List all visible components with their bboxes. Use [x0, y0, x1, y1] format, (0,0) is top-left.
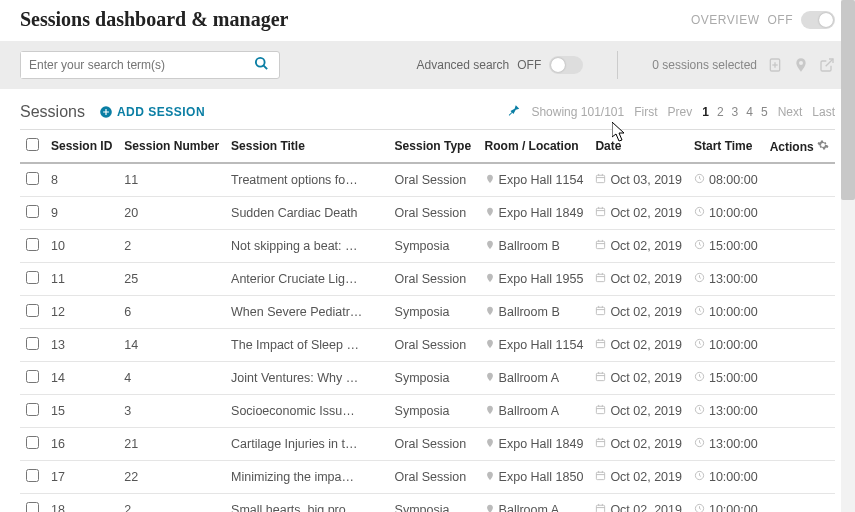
- table-row[interactable]: 1125Anterior Cruciate Lig…Oral SessionEx…: [20, 263, 835, 296]
- table-row[interactable]: 1722Minimizing the impa…Oral SessionExpo…: [20, 461, 835, 494]
- cell-date: Oct 02, 2019: [589, 230, 688, 263]
- col-actions[interactable]: Actions: [764, 130, 835, 164]
- cell-date: Oct 02, 2019: [589, 494, 688, 513]
- map-pin-icon: [485, 338, 495, 352]
- cell-start-time: 10:00:00: [688, 329, 764, 362]
- table-row[interactable]: 182Small hearts, big pro…SymposiaBallroo…: [20, 494, 835, 513]
- pager-showing: Showing 101/101: [531, 105, 624, 119]
- cell-session-type: Symposia: [389, 296, 479, 329]
- cell-actions: [764, 296, 835, 329]
- cell-room: Expo Hall 1849: [479, 197, 590, 230]
- cell-session-number: 14: [118, 329, 225, 362]
- cell-session-number: 25: [118, 263, 225, 296]
- overview-toggle[interactable]: [801, 11, 835, 29]
- overview-label: OVERVIEW: [691, 13, 759, 27]
- table-row[interactable]: 1621Cartilage Injuries in t…Oral Session…: [20, 428, 835, 461]
- cell-start-time: 10:00:00: [688, 461, 764, 494]
- cell-actions: [764, 494, 835, 513]
- table-row[interactable]: 1314The Impact of Sleep …Oral SessionExp…: [20, 329, 835, 362]
- row-checkbox[interactable]: [26, 403, 39, 416]
- cell-session-type: Symposia: [389, 395, 479, 428]
- row-checkbox[interactable]: [26, 172, 39, 185]
- cell-session-number: 4: [118, 362, 225, 395]
- pin-icon[interactable]: [507, 104, 521, 121]
- svg-line-1: [263, 65, 267, 69]
- search-input[interactable]: [21, 52, 244, 78]
- cell-date: Oct 02, 2019: [589, 428, 688, 461]
- col-date[interactable]: Date: [589, 130, 688, 164]
- col-session-number[interactable]: Session Number: [118, 130, 225, 164]
- table-row[interactable]: 144Joint Ventures: Why …SymposiaBallroom…: [20, 362, 835, 395]
- cell-session-id: 14: [45, 362, 118, 395]
- row-checkbox[interactable]: [26, 238, 39, 251]
- advanced-search-toggle[interactable]: [549, 56, 583, 74]
- calendar-icon: [595, 338, 606, 352]
- col-room[interactable]: Room / Location: [479, 130, 590, 164]
- scroll-thumb[interactable]: [841, 0, 855, 200]
- calendar-icon: [595, 404, 606, 418]
- cell-start-time: 15:00:00: [688, 230, 764, 263]
- cell-actions: [764, 395, 835, 428]
- cell-session-type: Oral Session: [389, 163, 479, 197]
- calendar-icon: [595, 503, 606, 512]
- table-row[interactable]: 126When Severe Pediatr…SymposiaBallroom …: [20, 296, 835, 329]
- table-row[interactable]: 102Not skipping a beat: …SymposiaBallroo…: [20, 230, 835, 263]
- cell-session-id: 11: [45, 263, 118, 296]
- cell-room: Ballroom B: [479, 296, 590, 329]
- location-icon[interactable]: [793, 57, 809, 73]
- search-button[interactable]: [244, 52, 279, 78]
- pager-prev[interactable]: Prev: [668, 105, 693, 119]
- pager-page-4[interactable]: 4: [746, 105, 753, 119]
- cell-session-type: Symposia: [389, 494, 479, 513]
- row-checkbox[interactable]: [26, 469, 39, 482]
- row-checkbox[interactable]: [26, 370, 39, 383]
- selection-count: 0 sessions selected: [652, 58, 757, 72]
- row-checkbox[interactable]: [26, 205, 39, 218]
- cell-session-title: When Severe Pediatr…: [225, 296, 389, 329]
- clock-icon: [694, 470, 705, 484]
- row-checkbox[interactable]: [26, 271, 39, 284]
- row-checkbox[interactable]: [26, 436, 39, 449]
- svg-rect-27: [597, 308, 605, 315]
- pager-page-3[interactable]: 3: [732, 105, 739, 119]
- cell-actions: [764, 362, 835, 395]
- export-icon[interactable]: [767, 57, 783, 73]
- pager-pages: 12345: [702, 105, 767, 119]
- row-checkbox[interactable]: [26, 304, 39, 317]
- svg-rect-32: [597, 341, 605, 348]
- cell-start-time: 10:00:00: [688, 296, 764, 329]
- cell-session-id: 16: [45, 428, 118, 461]
- cell-date: Oct 02, 2019: [589, 197, 688, 230]
- table-row[interactable]: 153Socioeconomic Issu…SymposiaBallroom A…: [20, 395, 835, 428]
- pager-next[interactable]: Next: [778, 105, 803, 119]
- map-pin-icon: [485, 173, 495, 187]
- col-session-title[interactable]: Session Title: [225, 130, 389, 164]
- pager-last[interactable]: Last: [812, 105, 835, 119]
- pager-page-2[interactable]: 2: [717, 105, 724, 119]
- add-session-button[interactable]: ADD SESSION: [99, 105, 205, 119]
- open-external-icon[interactable]: [819, 57, 835, 73]
- cell-session-number: 2: [118, 494, 225, 513]
- row-checkbox[interactable]: [26, 502, 39, 512]
- scrollbar[interactable]: [841, 0, 855, 512]
- table-row[interactable]: 811Treatment options fo…Oral SessionExpo…: [20, 163, 835, 197]
- table-row[interactable]: 920Sudden Cardiac DeathOral SessionExpo …: [20, 197, 835, 230]
- cell-session-title: The Impact of Sleep …: [225, 329, 389, 362]
- col-session-type[interactable]: Session Type: [389, 130, 479, 164]
- gear-icon[interactable]: [817, 139, 829, 151]
- svg-rect-12: [597, 209, 605, 216]
- svg-rect-57: [597, 506, 605, 512]
- cell-session-id: 17: [45, 461, 118, 494]
- clock-icon: [694, 503, 705, 512]
- cell-start-time: 10:00:00: [688, 197, 764, 230]
- pager-first[interactable]: First: [634, 105, 657, 119]
- col-start-time[interactable]: Start Time: [688, 130, 764, 164]
- pager-page-1[interactable]: 1: [702, 105, 709, 119]
- cell-room: Ballroom B: [479, 230, 590, 263]
- pager-page-5[interactable]: 5: [761, 105, 768, 119]
- select-all-checkbox[interactable]: [26, 138, 39, 151]
- cell-session-number: 2: [118, 230, 225, 263]
- row-checkbox[interactable]: [26, 337, 39, 350]
- cell-session-id: 9: [45, 197, 118, 230]
- col-session-id[interactable]: Session ID: [45, 130, 118, 164]
